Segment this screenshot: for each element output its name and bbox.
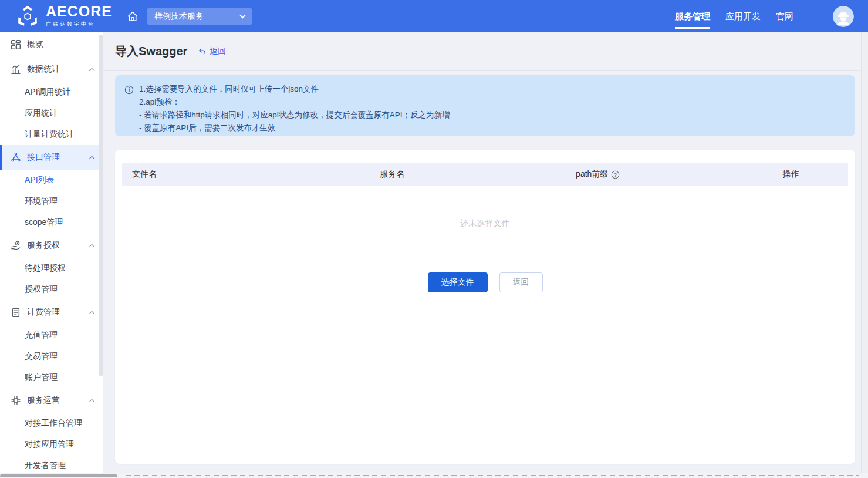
sidebar-item-account-management[interactable]: 账户管理	[0, 367, 103, 388]
nav-divider	[809, 12, 809, 21]
sidebar-item-label: API列表	[25, 175, 55, 186]
sidebar-group-api-management[interactable]: 接口管理	[0, 145, 103, 170]
sidebar-item-label: 交易管理	[25, 351, 58, 362]
chevron-up-icon	[89, 311, 95, 317]
chevron-up-icon	[89, 399, 95, 405]
sidebar-item-integration-app-management[interactable]: 对接应用管理	[0, 434, 103, 455]
sidebar-item-label: 待处理授权	[25, 263, 66, 274]
nav-item-official-site[interactable]: 官网	[776, 0, 793, 32]
table-header-row: 文件名 服务名 path前缀 ? 操作	[122, 163, 848, 186]
sidebar-item-label: 服务授权	[27, 240, 60, 251]
horizontal-scrollbar-thumb[interactable]	[0, 474, 117, 477]
sidebar-item-label: API调用统计	[25, 87, 71, 97]
sidebar: 概览 数据统计 API调用统计 应用统计 计量计费统计	[0, 32, 103, 478]
sidebar-item-recharge-management[interactable]: 充值管理	[0, 325, 103, 346]
import-card: 文件名 服务名 path前缀 ? 操作 还未选择文件	[115, 150, 855, 464]
sidebar-item-label: scope管理	[25, 217, 63, 228]
info-icon	[124, 85, 134, 129]
page-title: 导入Swagger	[115, 43, 187, 59]
main-content: 导入Swagger 返回	[103, 32, 868, 478]
brand-logo: AECORE 广联达数字中台	[15, 4, 112, 29]
return-button[interactable]: 返回	[499, 272, 543, 292]
topbar: AECORE 广联达数字中台 样例技术服务 服务管理 应用开发 官网	[0, 0, 868, 32]
sidebar-item-scope-management[interactable]: scope管理	[0, 212, 103, 233]
sidebar-item-workbench-management[interactable]: 对接工作台管理	[0, 413, 103, 434]
sidebar-group-billing[interactable]: 计费管理	[0, 300, 103, 325]
chevron-up-icon	[89, 156, 95, 161]
sidebar-item-overview[interactable]: 概览	[0, 32, 103, 57]
sidebar-item-label: 计量计费统计	[25, 129, 74, 140]
alert-line: 2.api预检：	[139, 96, 450, 109]
svg-text:?: ?	[614, 171, 617, 177]
column-header-action: 操作	[783, 169, 848, 180]
top-navigation: 服务管理 应用开发 官网	[675, 0, 854, 32]
help-icon[interactable]: ?	[611, 170, 620, 179]
home-icon	[126, 10, 139, 23]
service-selector-value: 样例技术服务	[154, 11, 204, 22]
alert-line: 1.选择需要导入的文件，同时仅可上传一个json文件	[139, 83, 450, 96]
content-area: 1.选择需要导入的文件，同时仅可上传一个json文件 2.api预检： - 若请…	[103, 71, 868, 464]
column-header-filename: 文件名	[122, 169, 380, 180]
sidebar-item-label: 数据统计	[27, 64, 60, 75]
sidebar-item-app-stats[interactable]: 应用统计	[0, 103, 103, 124]
sidebar-group-service-ops[interactable]: 服务运营	[0, 388, 103, 413]
billing-icon	[11, 307, 21, 318]
api-management-icon	[11, 152, 21, 163]
nav-item-service-management[interactable]: 服务管理	[675, 0, 710, 32]
user-avatar[interactable]	[833, 6, 854, 27]
sidebar-item-label: 开发者管理	[25, 460, 66, 471]
sidebar-item-label: 授权管理	[25, 284, 58, 295]
alert-text: 1.选择需要导入的文件，同时仅可上传一个json文件 2.api预检： - 若请…	[139, 83, 450, 129]
sidebar-scrollbar-thumb[interactable]	[99, 35, 103, 376]
chevron-up-icon	[89, 68, 95, 73]
sidebar-item-metering-billing-stats[interactable]: 计量计费统计	[0, 124, 103, 145]
sidebar-item-transaction-management[interactable]: 交易管理	[0, 346, 103, 367]
back-link[interactable]: 返回	[198, 46, 226, 57]
service-selector-dropdown[interactable]: 样例技术服务	[147, 8, 252, 25]
alert-line: - 若请求路径和http请求相同时，对应api状态为修改，提交后会覆盖原有API…	[139, 109, 450, 122]
page-body: 概览 数据统计 API调用统计 应用统计 计量计费统计	[0, 32, 868, 478]
sidebar-group-data-stats[interactable]: 数据统计	[0, 57, 103, 82]
alert-line: - 覆盖原有API后，需要二次发布才生效	[139, 122, 450, 134]
service-auth-icon	[11, 240, 21, 251]
sidebar-item-label: 接口管理	[27, 152, 60, 163]
brand-subtitle: 广联达数字中台	[46, 21, 112, 28]
sidebar-item-auth-management[interactable]: 授权管理	[0, 279, 103, 300]
home-button[interactable]	[126, 10, 139, 23]
sidebar-item-label: 账户管理	[25, 372, 58, 383]
sidebar-item-label: 计费管理	[27, 307, 60, 318]
sidebar-item-label: 对接工作台管理	[25, 418, 82, 429]
sidebar-item-label: 充值管理	[25, 330, 58, 341]
nav-item-app-development[interactable]: 应用开发	[725, 0, 761, 32]
choose-file-button[interactable]: 选择文件	[428, 272, 488, 292]
column-header-service: 服务名	[380, 169, 576, 180]
chevron-up-icon	[89, 244, 95, 250]
sidebar-item-label: 对接应用管理	[25, 439, 74, 450]
overview-icon	[11, 39, 21, 50]
sidebar-item-label: 服务运营	[27, 395, 60, 406]
sidebar-group-service-auth[interactable]: 服务授权	[0, 233, 103, 258]
sidebar-item-pending-auth[interactable]: 待处理授权	[0, 258, 103, 279]
horizontal-scrollbar-dashes	[126, 475, 859, 476]
info-alert: 1.选择需要导入的文件，同时仅可上传一个json文件 2.api预检： - 若请…	[115, 75, 855, 136]
action-buttons: 选择文件 返回	[122, 261, 848, 292]
service-ops-icon	[11, 395, 21, 406]
page-header: 导入Swagger 返回	[103, 32, 868, 71]
sidebar-item-api-call-stats[interactable]: API调用统计	[0, 82, 103, 103]
chevron-down-icon	[240, 12, 246, 18]
sidebar-item-label: 概览	[27, 39, 43, 50]
column-header-label: path前缀	[576, 169, 608, 180]
sidebar-item-label: 应用统计	[25, 108, 58, 119]
brand-name: AECORE	[46, 4, 112, 19]
page-vertical-scrollbar[interactable]	[861, 32, 868, 478]
page-horizontal-scrollbar[interactable]	[0, 473, 868, 478]
sidebar-item-api-list[interactable]: API列表	[0, 170, 103, 191]
brand-logo-icon	[15, 4, 40, 29]
statistics-icon	[11, 64, 21, 75]
empty-state: 还未选择文件	[122, 186, 848, 261]
back-link-label: 返回	[210, 46, 226, 57]
empty-state-text: 还未选择文件	[461, 218, 510, 229]
sidebar-item-label: 环境管理	[25, 196, 58, 207]
sidebar-item-env-management[interactable]: 环境管理	[0, 191, 103, 212]
undo-back-icon	[198, 47, 207, 56]
